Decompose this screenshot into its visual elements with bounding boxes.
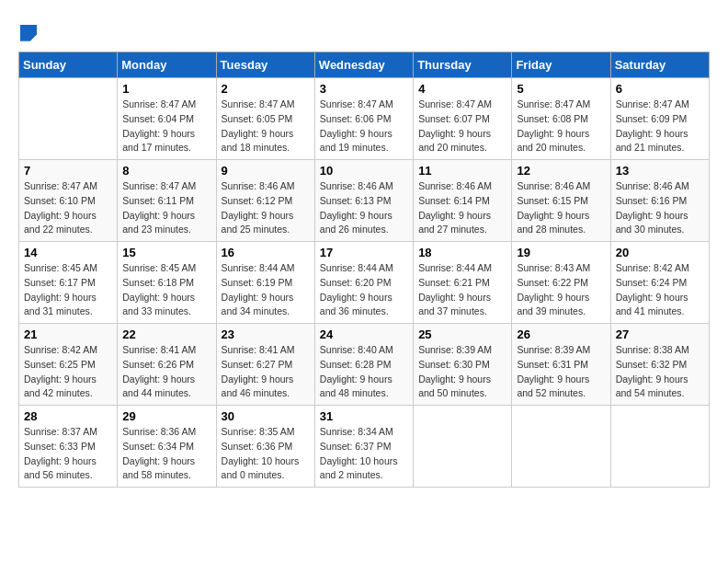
weekday-header-thursday: Thursday [414,52,512,78]
calendar-cell [512,406,610,488]
day-info: Sunrise: 8:37 AMSunset: 6:33 PMDaylight:… [24,425,112,483]
day-number: 8 [122,164,210,178]
day-info: Sunrise: 8:46 AMSunset: 6:16 PMDaylight:… [616,179,704,237]
calendar-cell: 6Sunrise: 8:47 AMSunset: 6:09 PMDaylight… [610,78,709,160]
day-number: 19 [517,246,605,259]
calendar-cell: 13Sunrise: 8:46 AMSunset: 6:16 PMDayligh… [610,160,709,242]
day-info: Sunrise: 8:46 AMSunset: 6:12 PMDaylight:… [222,179,310,237]
day-info: Sunrise: 8:35 AMSunset: 6:36 PMDaylight:… [222,425,310,483]
day-info: Sunrise: 8:39 AMSunset: 6:30 PMDaylight:… [418,343,506,401]
day-info: Sunrise: 8:45 AMSunset: 6:18 PMDaylight:… [122,261,210,319]
calendar-cell: 30Sunrise: 8:35 AMSunset: 6:36 PMDayligh… [216,406,314,488]
day-info: Sunrise: 8:38 AMSunset: 6:32 PMDaylight:… [616,343,704,401]
calendar-cell: 4Sunrise: 8:47 AMSunset: 6:07 PMDaylight… [414,78,512,160]
day-info: Sunrise: 8:47 AMSunset: 6:07 PMDaylight:… [418,98,506,155]
calendar-cell: 12Sunrise: 8:46 AMSunset: 6:15 PMDayligh… [512,160,610,242]
day-number: 1 [122,82,210,96]
day-number: 18 [418,246,506,259]
calendar-week-row: 7Sunrise: 8:47 AMSunset: 6:10 PMDaylight… [19,160,710,242]
day-number: 9 [222,164,310,178]
day-number: 16 [222,246,310,259]
day-info: Sunrise: 8:46 AMSunset: 6:13 PMDaylight:… [320,179,408,237]
calendar-cell: 18Sunrise: 8:44 AMSunset: 6:21 PMDayligh… [414,242,512,324]
day-number: 14 [24,246,112,259]
calendar-cell [19,78,118,160]
day-info: Sunrise: 8:41 AMSunset: 6:26 PMDaylight:… [122,343,210,401]
day-number: 30 [222,409,310,423]
logo-icon [20,25,37,41]
day-number: 5 [517,82,605,96]
day-number: 11 [418,164,506,178]
day-info: Sunrise: 8:41 AMSunset: 6:27 PMDaylight:… [222,343,310,401]
day-number: 27 [616,327,704,341]
day-info: Sunrise: 8:47 AMSunset: 6:06 PMDaylight:… [320,98,408,155]
day-number: 26 [517,327,605,341]
calendar-cell: 16Sunrise: 8:44 AMSunset: 6:19 PMDayligh… [216,242,314,324]
day-number: 10 [320,164,408,178]
calendar-cell: 7Sunrise: 8:47 AMSunset: 6:10 PMDaylight… [19,160,118,242]
calendar-cell: 26Sunrise: 8:39 AMSunset: 6:31 PMDayligh… [512,324,610,406]
day-number: 7 [24,164,112,178]
day-number: 13 [616,164,704,178]
calendar-cell: 23Sunrise: 8:41 AMSunset: 6:27 PMDayligh… [216,324,314,406]
day-info: Sunrise: 8:39 AMSunset: 6:31 PMDaylight:… [517,343,605,401]
calendar-cell: 28Sunrise: 8:37 AMSunset: 6:33 PMDayligh… [19,406,118,488]
day-info: Sunrise: 8:42 AMSunset: 6:25 PMDaylight:… [24,343,112,401]
day-info: Sunrise: 8:45 AMSunset: 6:17 PMDaylight:… [24,261,112,319]
weekday-header-wednesday: Wednesday [314,52,413,78]
day-number: 31 [320,409,408,423]
day-number: 20 [616,246,704,259]
day-info: Sunrise: 8:47 AMSunset: 6:11 PMDaylight:… [122,179,210,237]
calendar-cell: 15Sunrise: 8:45 AMSunset: 6:18 PMDayligh… [118,242,216,324]
calendar-week-row: 28Sunrise: 8:37 AMSunset: 6:33 PMDayligh… [19,406,710,488]
calendar-cell: 21Sunrise: 8:42 AMSunset: 6:25 PMDayligh… [19,324,118,406]
day-number: 21 [24,327,112,341]
calendar-cell: 25Sunrise: 8:39 AMSunset: 6:30 PMDayligh… [414,324,512,406]
day-number: 22 [122,327,210,341]
calendar-cell [610,406,709,488]
calendar-cell [414,406,512,488]
calendar-cell: 1Sunrise: 8:47 AMSunset: 6:04 PMDaylight… [118,78,216,160]
weekday-header-friday: Friday [512,52,610,78]
weekday-header-tuesday: Tuesday [216,52,314,78]
calendar-cell: 31Sunrise: 8:34 AMSunset: 6:37 PMDayligh… [314,406,413,488]
calendar-cell: 10Sunrise: 8:46 AMSunset: 6:13 PMDayligh… [314,160,413,242]
calendar-cell: 5Sunrise: 8:47 AMSunset: 6:08 PMDaylight… [512,78,610,160]
day-info: Sunrise: 8:43 AMSunset: 6:22 PMDaylight:… [517,261,605,319]
day-info: Sunrise: 8:47 AMSunset: 6:08 PMDaylight:… [517,98,605,155]
weekday-header-monday: Monday [118,52,216,78]
calendar-cell: 8Sunrise: 8:47 AMSunset: 6:11 PMDaylight… [118,160,216,242]
calendar-header-row: SundayMondayTuesdayWednesdayThursdayFrid… [19,52,710,78]
logo [18,18,37,42]
calendar-cell: 24Sunrise: 8:40 AMSunset: 6:28 PMDayligh… [314,324,413,406]
calendar-cell: 9Sunrise: 8:46 AMSunset: 6:12 PMDaylight… [216,160,314,242]
page-header [18,18,710,42]
day-info: Sunrise: 8:46 AMSunset: 6:15 PMDaylight:… [517,179,605,237]
day-info: Sunrise: 8:44 AMSunset: 6:19 PMDaylight:… [222,261,310,319]
day-info: Sunrise: 8:47 AMSunset: 6:04 PMDaylight:… [122,98,210,155]
day-info: Sunrise: 8:47 AMSunset: 6:10 PMDaylight:… [24,179,112,237]
calendar-cell: 17Sunrise: 8:44 AMSunset: 6:20 PMDayligh… [314,242,413,324]
calendar: SundayMondayTuesdayWednesdayThursdayFrid… [18,52,710,488]
day-info: Sunrise: 8:44 AMSunset: 6:21 PMDaylight:… [418,261,506,319]
day-info: Sunrise: 8:44 AMSunset: 6:20 PMDaylight:… [320,261,408,319]
day-number: 4 [418,82,506,96]
day-number: 12 [517,164,605,178]
day-info: Sunrise: 8:42 AMSunset: 6:24 PMDaylight:… [616,261,704,319]
calendar-week-row: 21Sunrise: 8:42 AMSunset: 6:25 PMDayligh… [19,324,710,406]
day-number: 23 [222,327,310,341]
day-number: 29 [122,409,210,423]
day-info: Sunrise: 8:40 AMSunset: 6:28 PMDaylight:… [320,343,408,401]
day-number: 15 [122,246,210,259]
day-info: Sunrise: 8:36 AMSunset: 6:34 PMDaylight:… [122,425,210,483]
calendar-cell: 20Sunrise: 8:42 AMSunset: 6:24 PMDayligh… [610,242,709,324]
day-info: Sunrise: 8:46 AMSunset: 6:14 PMDaylight:… [418,179,506,237]
weekday-header-sunday: Sunday [19,52,118,78]
day-info: Sunrise: 8:47 AMSunset: 6:05 PMDaylight:… [222,98,310,155]
calendar-cell: 29Sunrise: 8:36 AMSunset: 6:34 PMDayligh… [118,406,216,488]
calendar-cell: 11Sunrise: 8:46 AMSunset: 6:14 PMDayligh… [414,160,512,242]
day-number: 25 [418,327,506,341]
day-number: 6 [616,82,704,96]
calendar-week-row: 14Sunrise: 8:45 AMSunset: 6:17 PMDayligh… [19,242,710,324]
day-number: 17 [320,246,408,259]
